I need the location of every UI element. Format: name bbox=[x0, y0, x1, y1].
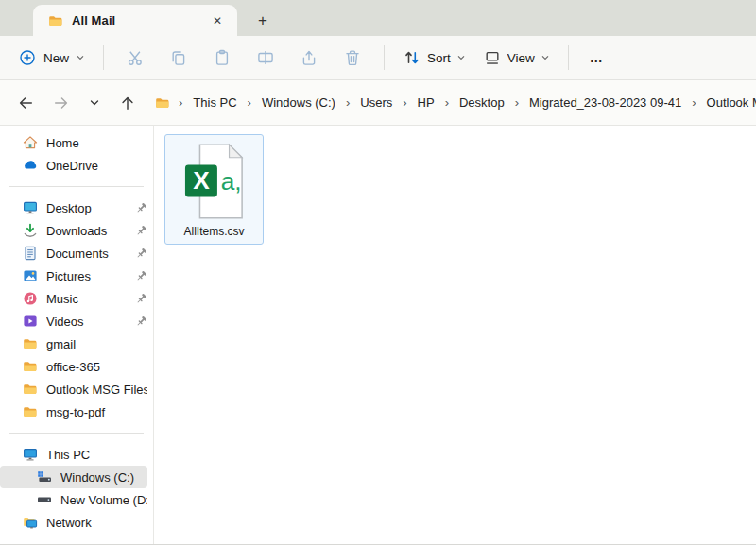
sidebar-item-label: Videos bbox=[46, 315, 127, 329]
paste-icon bbox=[214, 49, 231, 66]
file-allitems-csv[interactable]: X a, AllItems.csv bbox=[164, 134, 264, 245]
share-button[interactable] bbox=[287, 43, 331, 73]
sidebar-item-office-365[interactable]: office-365 bbox=[0, 355, 153, 378]
sidebar-item-outlook-msg-files[interactable]: Outlook MSG Files bbox=[0, 378, 153, 400]
arrow-up-icon bbox=[119, 94, 136, 111]
toolbar-divider bbox=[103, 45, 104, 70]
plus-circle-icon bbox=[19, 49, 36, 66]
pin-icon[interactable] bbox=[135, 315, 147, 328]
toolbar-divider bbox=[568, 45, 569, 70]
address-bar: › This PC › Windows (C:) › Users › HP › … bbox=[0, 80, 756, 126]
folder-icon bbox=[23, 404, 38, 419]
pin-icon[interactable] bbox=[135, 293, 147, 305]
copy-icon bbox=[170, 49, 187, 66]
cut-button[interactable] bbox=[113, 43, 157, 73]
sort-button[interactable]: Sort bbox=[394, 43, 474, 72]
sidebar-item-windows-c[interactable]: Windows (C:) bbox=[0, 466, 147, 488]
breadcrumb-separator: › bbox=[512, 95, 522, 110]
breadcrumb-separator: › bbox=[400, 95, 409, 110]
delete-button[interactable] bbox=[331, 43, 374, 73]
recent-locations-button[interactable] bbox=[81, 92, 108, 114]
breadcrumb-desktop[interactable]: Desktop bbox=[454, 92, 510, 113]
breadcrumb-windows-c[interactable]: Windows (C:) bbox=[256, 92, 341, 113]
sidebar-item-label: Home bbox=[46, 136, 147, 150]
up-button[interactable] bbox=[112, 89, 144, 117]
pin-icon[interactable] bbox=[135, 247, 147, 260]
sidebar-item-documents[interactable]: Documents bbox=[0, 242, 153, 264]
breadcrumb-hp[interactable]: HP bbox=[412, 92, 440, 113]
folder-icon bbox=[48, 13, 63, 28]
sidebar-item-label: This PC bbox=[46, 448, 147, 462]
breadcrumb-separator: › bbox=[689, 95, 698, 110]
sidebar-item-msg-to-pdf[interactable]: msg-to-pdf bbox=[0, 400, 153, 423]
file-name: AllItems.csv bbox=[183, 225, 244, 238]
sidebar-divider bbox=[9, 186, 144, 187]
videos-icon bbox=[23, 314, 38, 329]
sidebar-item-label: New Volume (D:) bbox=[60, 493, 147, 507]
sidebar-item-label: Pictures bbox=[46, 269, 127, 283]
chevron-down-icon bbox=[89, 97, 100, 109]
tab-bar: All Mail ✕ + bbox=[0, 0, 756, 36]
command-bar: New bbox=[0, 36, 756, 80]
sidebar-item-gmail[interactable]: gmail bbox=[0, 332, 153, 355]
documents-icon bbox=[23, 246, 38, 261]
pictures-icon bbox=[23, 268, 38, 283]
sort-icon bbox=[404, 49, 421, 66]
paste-button[interactable] bbox=[200, 43, 244, 73]
share-icon bbox=[301, 49, 318, 66]
forward-button[interactable] bbox=[45, 89, 77, 117]
excel-csv-file-icon: X a, bbox=[183, 142, 246, 221]
sidebar-item-label: msg-to-pdf bbox=[46, 405, 147, 419]
sidebar-item-this-pc[interactable]: This PC bbox=[0, 443, 153, 466]
back-button[interactable] bbox=[9, 89, 42, 117]
sidebar-item-pictures[interactable]: Pictures bbox=[0, 264, 153, 287]
close-tab-icon[interactable]: ✕ bbox=[207, 10, 228, 31]
breadcrumb-separator: › bbox=[442, 95, 452, 110]
folder-icon bbox=[23, 382, 38, 397]
windows-drive-icon bbox=[37, 469, 52, 485]
rename-icon bbox=[257, 49, 274, 66]
sidebar-item-label: Outlook MSG Files bbox=[46, 383, 147, 397]
sidebar-item-label: Music bbox=[46, 292, 127, 306]
pin-icon[interactable] bbox=[135, 225, 147, 237]
more-options-button[interactable]: … bbox=[578, 44, 615, 71]
file-list-area[interactable]: X a, AllItems.csv bbox=[154, 126, 756, 544]
breadcrumb-outlook-msg-files[interactable]: Outlook MSG Files bbox=[701, 92, 756, 113]
sidebar-item-label: Downloads bbox=[46, 224, 127, 238]
sidebar-item-label: Desktop bbox=[46, 201, 127, 215]
sidebar-item-onedrive[interactable]: OneDrive bbox=[0, 154, 153, 177]
breadcrumb-migrated-folder[interactable]: Migrated_23-08-2023 09-41 bbox=[524, 92, 687, 113]
sidebar-item-label: Windows (C:) bbox=[60, 470, 142, 485]
pin-icon[interactable] bbox=[135, 202, 147, 214]
sidebar-item-new-volume-d[interactable]: New Volume (D:) bbox=[0, 488, 153, 511]
cut-icon bbox=[127, 49, 144, 66]
excel-x-badge: X bbox=[193, 166, 210, 195]
sidebar-item-desktop[interactable]: Desktop bbox=[0, 196, 153, 219]
chevron-down-icon bbox=[541, 55, 549, 60]
copy-button[interactable] bbox=[157, 43, 200, 73]
sidebar-item-label: Documents bbox=[46, 247, 127, 261]
pin-icon[interactable] bbox=[135, 270, 147, 282]
breadcrumb-users[interactable]: Users bbox=[354, 92, 398, 113]
sidebar-item-label: office-365 bbox=[46, 360, 147, 374]
new-tab-button[interactable]: + bbox=[258, 12, 267, 28]
sidebar-item-videos[interactable]: Videos bbox=[0, 310, 153, 332]
onedrive-cloud-icon bbox=[23, 158, 38, 173]
breadcrumb-separator: › bbox=[343, 95, 352, 110]
sidebar-item-network[interactable]: Network bbox=[0, 511, 153, 534]
view-button-label: View bbox=[507, 51, 535, 65]
breadcrumb-this-pc[interactable]: This PC bbox=[187, 92, 242, 113]
drive-icon bbox=[37, 492, 52, 507]
downloads-icon bbox=[23, 223, 38, 238]
sidebar-item-home[interactable]: Home bbox=[0, 131, 153, 154]
chevron-down-icon bbox=[77, 55, 84, 60]
rename-button[interactable] bbox=[244, 43, 287, 73]
tab-all-mail[interactable]: All Mail ✕ bbox=[33, 5, 237, 36]
desktop-icon bbox=[23, 200, 38, 215]
new-button[interactable]: New bbox=[9, 43, 94, 72]
view-icon bbox=[484, 49, 501, 66]
sidebar-item-downloads[interactable]: Downloads bbox=[0, 219, 153, 242]
sidebar-item-music[interactable]: Music bbox=[0, 287, 153, 310]
breadcrumb-separator: › bbox=[176, 95, 185, 110]
view-button[interactable]: View bbox=[474, 43, 558, 72]
